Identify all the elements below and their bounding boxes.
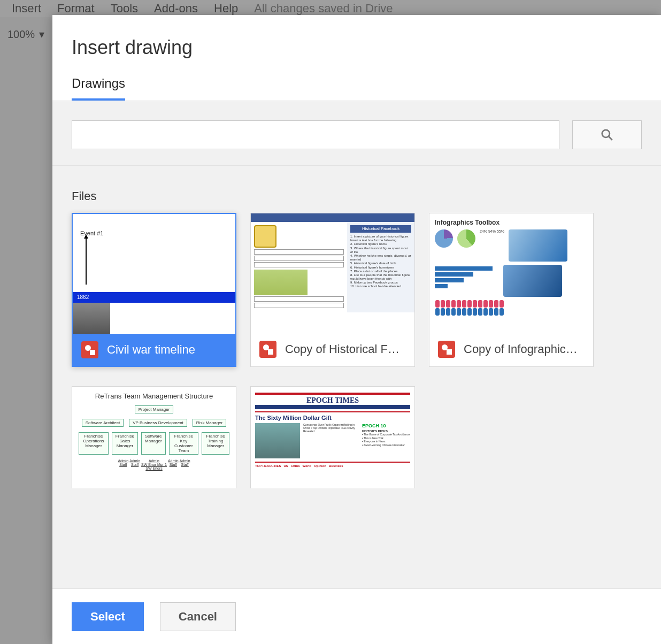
file-thumbnail: ReTrans Team Management Structure Projec… (72, 387, 236, 488)
thumb-text: Franchise Operations Manager (79, 432, 109, 455)
file-card-infographics-toolbox[interactable]: Infographics Toolbox 24% 94% 55% (429, 213, 594, 367)
file-thumbnail: Infographics Toolbox 24% 94% 55% (429, 213, 593, 333)
insert-drawing-dialog: Insert drawing Drawings Files Event #1 (52, 15, 661, 644)
file-name: Copy of Infographic… (464, 342, 578, 356)
file-name: Civil war timeline (107, 343, 195, 357)
file-thumbnail: Event #1 1862 (73, 214, 235, 334)
thumb-text: Franchise Key Customer Team (169, 432, 199, 455)
section-files-heading: Files (52, 166, 661, 213)
thumb-text: ReTrans Team Management Structure (78, 392, 230, 400)
thumb-text: EPOCH 10 (362, 423, 410, 428)
tab-drawings[interactable]: Drawings (72, 72, 125, 101)
dialog-title: Insert drawing (72, 36, 642, 59)
drawings-file-icon (438, 341, 455, 358)
thumb-text: Franchise Sales Manager (112, 432, 138, 455)
search-icon (600, 128, 614, 142)
file-card-historical-facebook[interactable]: Historical Facebook 1. Insert a picture … (250, 213, 415, 367)
thumb-text: Software Manager (141, 432, 166, 455)
search-input[interactable] (72, 120, 559, 149)
file-picker-body: Files Event #1 1862 Civil war (52, 101, 661, 588)
file-thumbnail: Historical Facebook 1. Insert a picture … (251, 213, 414, 333)
file-card-epoch-times[interactable]: EPOCH TIMES The Sixty Million Dollar Gif… (250, 386, 415, 488)
svg-line-1 (609, 136, 612, 140)
file-card-civil-war-timeline[interactable]: Event #1 1862 Civil war timeline (72, 213, 236, 367)
thumb-text: Historical Facebook (350, 225, 411, 233)
thumb-text: 1862 (73, 292, 235, 303)
thumb-text: Franchise Training Manager (202, 432, 229, 455)
drawings-file-icon (81, 341, 98, 358)
thumb-text: Software Architect (82, 419, 124, 427)
file-card-retrans[interactable]: ReTrans Team Management Structure Projec… (72, 386, 236, 488)
thumb-text: Infographics Toolbox (435, 219, 588, 226)
thumb-text: The Sixty Million Dollar Gift (255, 415, 410, 421)
drawings-file-icon (259, 341, 276, 358)
svg-point-0 (602, 130, 610, 137)
thumb-text: Project Manager (135, 405, 174, 413)
files-grid: Event #1 1862 Civil war timeline (52, 213, 661, 499)
dialog-footer: Select Cancel (52, 588, 661, 644)
thumb-text: Risk Manager (193, 419, 226, 427)
file-thumbnail: EPOCH TIMES The Sixty Million Dollar Gif… (251, 387, 414, 488)
search-button[interactable] (572, 120, 642, 149)
select-button[interactable]: Select (72, 602, 144, 631)
thumb-text: VP Business Development (129, 419, 187, 427)
thumb-text: EPOCH TIMES (255, 396, 410, 405)
file-name: Copy of Historical F… (285, 342, 399, 356)
cancel-button[interactable]: Cancel (160, 602, 236, 631)
dialog-tabs: Drawings (52, 72, 661, 101)
